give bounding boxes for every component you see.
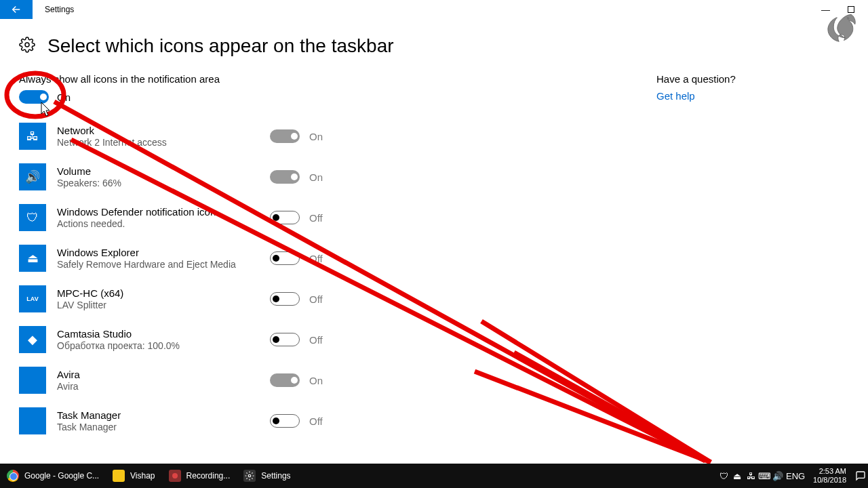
- icon-row: LAVMPC-HC (x64)LAV SplitterOff: [19, 279, 453, 319]
- back-button[interactable]: [0, 0, 33, 19]
- app-toggle-state: Off: [309, 212, 323, 224]
- app-icon: LAV: [19, 285, 46, 312]
- app-subtitle: Task Manager: [57, 422, 267, 433]
- app-icon: ◆: [19, 326, 46, 353]
- master-toggle[interactable]: [19, 90, 49, 104]
- app-subtitle: Network 2 Internet access: [57, 137, 267, 148]
- app-title: Avira: [57, 369, 267, 381]
- app-toggle[interactable]: [270, 251, 300, 265]
- app-title: Windows Defender notification icon: [57, 206, 267, 218]
- taskbar-app-label: Recording...: [186, 471, 231, 481]
- language-indicator[interactable]: ENG: [785, 471, 806, 481]
- get-help-link[interactable]: Get help: [656, 90, 736, 102]
- app-subtitle: Safely Remove Hardware and Eject Media: [57, 259, 267, 270]
- app-toggle-state: On: [309, 375, 323, 386]
- app-icon: ⏏: [19, 245, 46, 272]
- help-heading: Have a question?: [656, 73, 736, 85]
- app-toggle-state: Off: [309, 334, 323, 346]
- app-toggle[interactable]: [270, 170, 300, 184]
- dragon-watermark: [821, 11, 860, 50]
- tray-input-icon[interactable]: ⌨: [757, 471, 771, 481]
- app-toggle[interactable]: [270, 414, 300, 428]
- taskbar-app[interactable]: Settings: [237, 464, 297, 488]
- app-title: Task Manager: [57, 409, 267, 422]
- app-toggle[interactable]: [270, 373, 300, 387]
- page-title: Select which icons appear on the taskbar: [47, 35, 394, 57]
- title-bar: Settings —: [0, 0, 868, 19]
- app-title: MPC-HC (x64): [57, 287, 267, 300]
- notification-center-button[interactable]: [853, 464, 868, 488]
- app-icon: [19, 407, 46, 434]
- app-icon: 🖧: [19, 123, 46, 150]
- tray-usb-icon[interactable]: ⏏: [730, 471, 744, 481]
- chrome-icon: [7, 470, 19, 482]
- app-toggle-state: Off: [309, 253, 323, 264]
- app-subtitle: Avira: [57, 381, 267, 392]
- clock-date: 10/8/2018: [813, 476, 846, 485]
- app-title: Windows Explorer: [57, 247, 267, 259]
- icon-row: 🔊VolumeSpeakers: 66%On: [19, 157, 453, 197]
- app-toggle-state: Off: [309, 293, 323, 305]
- app-toggle[interactable]: [270, 292, 300, 306]
- rec-icon: [169, 470, 181, 482]
- tray-network-icon[interactable]: 🖧: [744, 471, 757, 481]
- app-toggle-state: Off: [309, 415, 323, 427]
- svg-point-2: [249, 474, 252, 477]
- master-toggle-state: On: [57, 92, 71, 103]
- app-toggle-state: On: [309, 131, 323, 142]
- page-header: Select which icons appear on the taskbar: [0, 19, 868, 64]
- icon-row: Task ManagerTask ManagerOff: [19, 401, 453, 441]
- taskbar-app[interactable]: Google - Google C...: [0, 464, 106, 488]
- app-toggle[interactable]: [270, 333, 300, 346]
- clock-time: 2:53 AM: [813, 467, 846, 476]
- app-toggle[interactable]: [270, 211, 300, 224]
- taskbar-app-label: Google - Google C...: [24, 471, 99, 481]
- app-toggle[interactable]: [270, 129, 300, 143]
- icon-row: 🖧NetworkNetwork 2 Internet accessOn: [19, 116, 453, 157]
- tray-volume-icon[interactable]: 🔊: [771, 471, 785, 481]
- master-toggle-label: Always show all icons in the notificatio…: [19, 73, 453, 85]
- icon-row: ⏏Windows ExplorerSafely Remove Hardware …: [19, 238, 453, 279]
- app-title: Volume: [57, 165, 267, 178]
- taskbar-app[interactable]: Vishap: [106, 464, 161, 488]
- app-title: Network: [57, 125, 267, 137]
- taskbar-app[interactable]: Recording...: [162, 464, 237, 488]
- taskbar-app-label: Settings: [261, 471, 290, 481]
- icon-row: 🛡Windows Defender notification iconActio…: [19, 197, 453, 238]
- app-toggle-state: On: [309, 171, 323, 183]
- taskbar-app-label: Vishap: [130, 471, 155, 481]
- gear-icon: [243, 470, 256, 482]
- app-title: Camtasia Studio: [57, 328, 267, 340]
- app-icon: [19, 367, 46, 394]
- window-title: Settings: [45, 5, 74, 14]
- gear-icon: [19, 37, 35, 56]
- app-subtitle: Actions needed.: [57, 218, 267, 230]
- icon-row: ◆Camtasia StudioОбработка проекта: 100.0…: [19, 319, 453, 360]
- taskbar-clock[interactable]: 2:53 AM 10/8/2018: [806, 467, 853, 485]
- app-subtitle: Обработка проекта: 100.0%: [57, 340, 267, 352]
- app-icon: 🛡: [19, 204, 46, 231]
- svg-point-0: [25, 43, 29, 47]
- app-subtitle: Speakers: 66%: [57, 178, 267, 189]
- taskbar: Google - Google C...VishapRecording...Se…: [0, 464, 868, 488]
- icon-row: AviraAviraOn: [19, 360, 453, 401]
- tray-defender-icon[interactable]: 🛡: [717, 471, 730, 481]
- app-icon: 🔊: [19, 163, 46, 190]
- folder-icon: [113, 470, 125, 482]
- app-subtitle: LAV Splitter: [57, 300, 267, 311]
